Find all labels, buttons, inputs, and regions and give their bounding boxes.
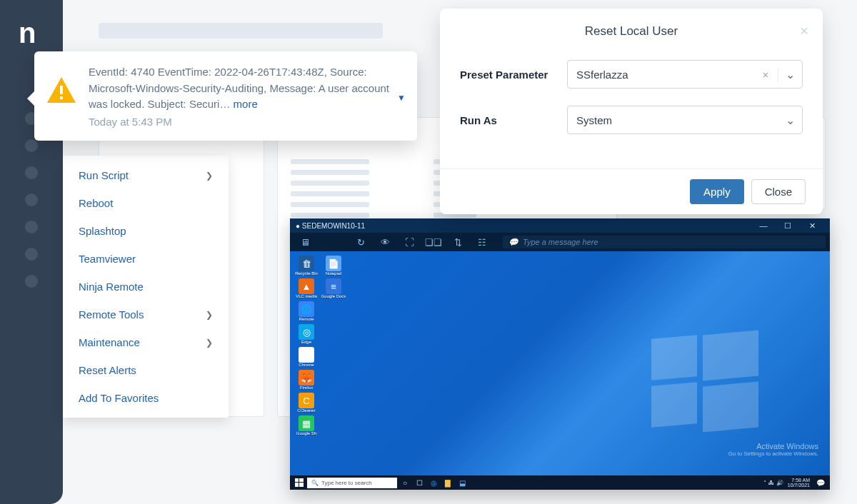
desktop-icon-label: Chrome — [299, 363, 314, 367]
taskbar-search-input[interactable]: 🔍 Type here to search — [307, 478, 397, 488]
device-context-menu: Run Script❯RebootSplashtopTeamviewerNinj… — [63, 156, 229, 418]
context-menu-item[interactable]: Reboot — [63, 189, 229, 217]
context-menu-label: Splashtop — [79, 225, 126, 237]
alert-message: EventId: 4740 EventTime: 2022-04-26T17:4… — [89, 64, 400, 113]
task-view-icon[interactable]: ☐ — [413, 477, 426, 488]
tray-chevron-icon[interactable]: ˄ — [763, 480, 766, 486]
sidebar-dot[interactable] — [25, 221, 38, 233]
svg-rect-3 — [295, 478, 299, 482]
close-window-button[interactable]: ✕ — [800, 218, 824, 233]
maximize-button[interactable]: ☐ — [776, 218, 800, 233]
context-menu-item[interactable]: Add To Favorites — [63, 384, 229, 412]
edge-taskbar-icon[interactable]: ◎ — [427, 477, 440, 488]
remote-message-input[interactable]: 💬 Type a message here — [503, 236, 826, 248]
context-menu-item[interactable]: Maintenance❯ — [63, 328, 229, 356]
skeleton-title — [99, 23, 383, 39]
chevron-down-icon[interactable]: ⌄ — [778, 68, 802, 81]
system-tray[interactable]: ˄ 🖧 🔊 — [763, 480, 783, 486]
context-menu-item[interactable]: Run Script❯ — [63, 161, 229, 189]
preset-parameter-combo[interactable]: SSferlazza × ⌄ — [567, 60, 803, 89]
desktop-icon[interactable]: 🌐Remote — [296, 301, 317, 321]
explorer-taskbar-icon[interactable]: ▇ — [441, 477, 454, 488]
modal-close-button[interactable]: × — [800, 23, 808, 39]
svg-rect-2 — [60, 96, 63, 99]
run-as-value: System — [568, 114, 778, 126]
screens-icon[interactable]: ❏❏ — [423, 235, 444, 249]
svg-rect-4 — [299, 478, 304, 482]
monitor-icon[interactable]: 🖥 — [294, 235, 316, 249]
context-menu-label: Run Script — [79, 169, 129, 181]
desktop-icon[interactable]: ◎Edge — [296, 324, 317, 344]
desktop-icon[interactable]: 🗑Recycle Bin — [296, 256, 317, 276]
remote-window-titlebar[interactable]: ● SEDEMOWIN10-11 — ☐ ✕ — [290, 218, 830, 233]
taskbar-clock[interactable]: 7:58 AM 10/7/2021 — [785, 478, 813, 488]
context-menu-item[interactable]: Remote Tools❯ — [63, 301, 229, 328]
desktop-icon[interactable]: ▲VLC media — [296, 278, 317, 298]
tray-network-icon[interactable]: 🖧 — [768, 480, 774, 486]
desktop-icon-label: Recycle Bin — [295, 271, 318, 276]
run-as-combo[interactable]: System ⌄ — [567, 106, 803, 134]
windows-logo-watermark — [651, 330, 758, 430]
remote-taskbar: 🔍 Type here to search ○ ☐ ◎ ▇ ⬓ ˄ 🖧 🔊 7:… — [290, 475, 830, 490]
sidebar-dot[interactable] — [25, 193, 38, 206]
desktop-icon-glyph: ◎ — [299, 324, 314, 340]
notifications-icon[interactable]: 💬 — [814, 477, 827, 488]
preset-parameter-label: Preset Parameter — [460, 69, 553, 81]
modal-title: Reset Local User — [460, 24, 803, 39]
refresh-icon[interactable]: ↻ — [350, 235, 371, 249]
cortana-icon[interactable]: ○ — [399, 477, 411, 488]
context-menu-item[interactable]: Reset Alerts — [63, 356, 229, 384]
desktop-icon[interactable]: ≡Google Docs — [323, 278, 344, 298]
desktop-icon-glyph: C — [299, 393, 314, 408]
chevron-down-icon[interactable]: ⌄ — [778, 114, 802, 127]
reset-local-user-modal: Reset Local User × Preset Parameter SSfe… — [440, 9, 823, 214]
desktop-icon[interactable]: ◉Chrome — [296, 347, 317, 367]
sidebar-dot[interactable] — [25, 166, 38, 179]
chevron-right-icon: ❯ — [206, 310, 213, 320]
context-menu-item[interactable]: Teamviewer — [63, 245, 229, 273]
eye-icon[interactable]: 👁 — [374, 235, 396, 249]
context-menu-label: Maintenance — [79, 336, 140, 348]
context-menu-label: Ninja Remote — [79, 281, 144, 293]
remote-message-placeholder: Type a message here — [523, 238, 598, 246]
sidebar-dot[interactable] — [25, 139, 38, 152]
context-menu-label: Add To Favorites — [79, 392, 159, 404]
svg-rect-5 — [295, 483, 299, 487]
clear-icon[interactable]: × — [753, 69, 778, 81]
search-icon: 🔍 — [311, 480, 319, 486]
alert-more-link[interactable]: more — [234, 98, 258, 110]
context-menu-label: Reboot — [79, 197, 113, 209]
svg-rect-1 — [60, 86, 63, 94]
tray-volume-icon[interactable]: 🔊 — [776, 480, 783, 486]
desktop-icon-label: Google Docs — [321, 294, 346, 298]
fullscreen-icon[interactable]: ⛶ — [399, 235, 420, 249]
apply-button[interactable]: Apply — [690, 179, 744, 204]
remote-window-title: SEDEMOWIN10-11 — [302, 222, 365, 230]
remote-desktop-area[interactable]: Activate Windows Go to Settings to activ… — [290, 251, 830, 475]
sidebar-dot[interactable] — [25, 248, 38, 261]
context-menu-item[interactable]: Splashtop — [63, 217, 229, 245]
store-taskbar-icon[interactable]: ⬓ — [456, 477, 468, 488]
sidebar-dot[interactable] — [25, 275, 38, 288]
context-menu-item[interactable]: Ninja Remote — [63, 273, 229, 301]
warning-icon — [47, 77, 76, 103]
minimize-button[interactable]: — — [751, 218, 776, 233]
desktop-icon-label: Firefox — [300, 385, 313, 390]
desktop-icon-glyph: ≡ — [326, 278, 341, 294]
desktop-icon-label: Remote — [299, 317, 314, 321]
transfer-icon[interactable]: ⇅ — [447, 235, 468, 249]
desktop-icon[interactable]: 📄Notepad — [323, 256, 344, 276]
desktop-icon[interactable]: ▦Google Sh — [296, 415, 317, 435]
context-menu-label: Remote Tools — [79, 308, 144, 321]
desktop-icon[interactable]: 🦊Firefox — [296, 370, 317, 390]
run-as-label: Run As — [460, 114, 553, 126]
desktop-icon-glyph: 🗑 — [299, 256, 314, 271]
desktop-icon[interactable]: CCCleaner — [296, 393, 317, 413]
settings-sliders-icon[interactable]: ☷ — [471, 235, 493, 249]
close-button[interactable]: Close — [751, 179, 806, 204]
chevron-right-icon: ❯ — [206, 171, 213, 181]
start-button[interactable] — [293, 477, 306, 488]
desktop-icon-glyph: 🌐 — [299, 301, 314, 317]
svg-rect-6 — [299, 483, 304, 487]
alert-dropdown-caret[interactable]: ▼ — [397, 93, 406, 103]
